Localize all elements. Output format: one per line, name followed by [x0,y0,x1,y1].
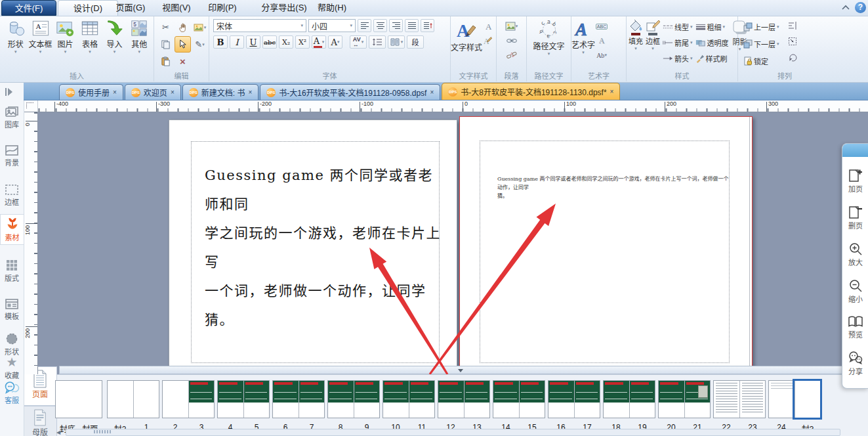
insert-shape-button[interactable]: 形状 ▾ [4,18,28,54]
right-panel-header[interactable] [842,144,868,157]
delete-button[interactable]: × [175,53,191,70]
thumbnail-page[interactable] [684,381,711,418]
thumbnail-page[interactable] [739,381,766,418]
line-type-button[interactable]: 线型▾ [663,19,693,35]
chevron-down-icon[interactable]: ▾ [401,39,403,45]
select-tool-button[interactable] [175,36,191,53]
panel-button-放大[interactable]: 放大 [842,242,868,267]
highlight-color-button[interactable]: A▾ [328,35,342,49]
scroll-left-icon[interactable]: ◀ [56,429,60,436]
opacity-button[interactable]: 透明度 [695,35,729,51]
chevron-down-icon[interactable]: ▾ [64,49,67,54]
chevron-down-icon[interactable]: ▾ [350,23,352,28]
sidebar-item-8[interactable]: ★收藏 [0,356,24,380]
link-button[interactable] [505,35,518,47]
columns-button[interactable]: ▾ [388,35,405,49]
thumbnail-page[interactable] [354,381,380,418]
document-tab[interactable]: DPS使用手册× [59,84,123,100]
char-style-icon[interactable]: A [482,20,495,32]
copy-button[interactable] [157,36,174,53]
scrollbar-grip[interactable] [94,430,111,433]
chevron-down-icon[interactable]: ▾ [322,39,325,45]
chevron-down-icon[interactable]: ▾ [89,49,91,54]
thumbnail-page[interactable] [409,381,435,418]
thumbnail-page[interactable] [243,381,270,418]
align-center-button[interactable] [373,19,387,32]
thumbnail-page[interactable] [163,381,188,418]
line-spacing-button[interactable] [369,35,386,49]
chevron-down-icon[interactable]: ▾ [138,49,140,54]
align-right-button[interactable] [389,19,403,32]
panel-button-预览[interactable]: 预览 [842,315,868,339]
border-button[interactable]: 边框 ▾ [646,16,660,81]
subscript-button[interactable]: X₂ [279,35,293,49]
rotate-icon[interactable] [786,51,799,63]
document-tab[interactable]: DPS书-大16开软皮平装-文档191128-0958.dpsf× [260,84,440,100]
panel-button-分享[interactable]: 分享 [842,351,868,376]
panel-button-缩小[interactable]: 缩小 [842,278,868,304]
thumbnail-page[interactable] [108,381,133,418]
align-objects-icon[interactable] [786,20,799,32]
document-tab[interactable]: DPS书-大8开软皮平装-文档191128-1130.dpsf*× [442,83,620,100]
insert-textbox-button[interactable]: A 文本框 ▾ [29,18,52,54]
arrow-head-button[interactable]: 箭头▾ [663,51,693,66]
tab-share-export[interactable]: 分享导出(S) [253,0,316,16]
thumbnail-page[interactable] [188,381,215,418]
thumbnail-page[interactable] [218,381,243,418]
thumbnail-page[interactable] [548,381,574,418]
style-edit-icon[interactable]: A [482,35,495,47]
panel-button-删页[interactable]: 删页 [842,205,868,230]
chevron-down-icon[interactable]: ▾ [582,50,585,55]
char-spacing-button[interactable]: AV↔▾ [350,35,367,49]
style-brush-button[interactable]: 样式刷 [695,51,729,66]
chevron-down-icon[interactable]: ▾ [337,39,340,45]
sidebar-item-2[interactable]: 背景 [0,144,24,167]
pan-tool-button[interactable] [175,19,191,35]
close-icon[interactable]: × [113,89,117,96]
bold-button[interactable]: B [213,35,228,49]
document-tab[interactable]: DPS欢迎页× [125,84,181,100]
align-justify-button[interactable] [405,19,419,32]
font-family-select[interactable]: 宋体▾ [213,19,306,32]
collapse-ribbon-icon[interactable] [841,4,850,12]
thickness-button[interactable]: 粗细▾ [695,19,729,35]
thumbnail-page[interactable] [56,381,102,418]
wordart-shadow-a-icon[interactable]: A [595,35,608,47]
font-color-button[interactable]: A▾ [312,35,326,49]
insert-other-button[interactable]: 5 其他 ▾ [127,18,151,54]
thumbnail-page[interactable] [519,381,545,418]
document-tab[interactable]: DPS新建文档: 书× [182,84,259,100]
sidebar-item-3[interactable]: 边框 [0,184,24,207]
chevron-down-icon[interactable]: ▾ [202,42,205,47]
chevron-down-icon[interactable]: ▾ [14,49,17,54]
chevron-down-icon[interactable]: ▾ [651,46,654,51]
insert-table-button[interactable]: 表格 ▾ [78,18,102,54]
thumbnail-page[interactable] [795,381,821,418]
text-style-button[interactable]: A 文字样式 [451,16,482,81]
insert-image-button[interactable]: 图片 ▾ [54,18,77,54]
thumbnail-page[interactable] [659,381,684,418]
path-text-button[interactable]: abcabc 路径文字 ▾ [527,16,571,56]
thumbnail-page[interactable] [299,381,325,418]
chevron-down-icon[interactable]: ▾ [39,49,42,54]
thumbnail-page[interactable] [328,381,354,418]
chevron-down-icon[interactable]: ▾ [634,46,637,51]
thumbnail-page[interactable] [438,381,464,418]
close-icon[interactable]: × [248,89,252,96]
tab-print[interactable]: 印刷(P) [203,0,242,16]
arrow-tail-button[interactable]: 箭尾▾ [663,35,693,51]
text-wrap-button[interactable]: ▾ [505,20,518,32]
close-icon[interactable]: × [610,88,614,95]
font-size-select[interactable]: 小四▾ [308,19,356,32]
sidebar-item-9[interactable]: 客服 [0,381,24,405]
tab-master[interactable]: 母版 [24,406,57,436]
tab-view[interactable]: 视图(V) [155,0,197,16]
italic-button[interactable]: I [230,35,244,49]
import-button[interactable]: 导入 ▾ [103,18,127,54]
chevron-down-icon[interactable]: ▾ [690,56,693,61]
fill-button[interactable]: 填充 ▾ [629,16,643,81]
tab-page[interactable]: 页面(G) [110,0,152,16]
superscript-button[interactable]: X² [295,35,310,49]
select-area-icon[interactable] [786,35,799,47]
canvas[interactable]: Guessing game 两个同学或者老师和同 学之间玩的一个游戏，老师在卡片… [37,112,868,374]
